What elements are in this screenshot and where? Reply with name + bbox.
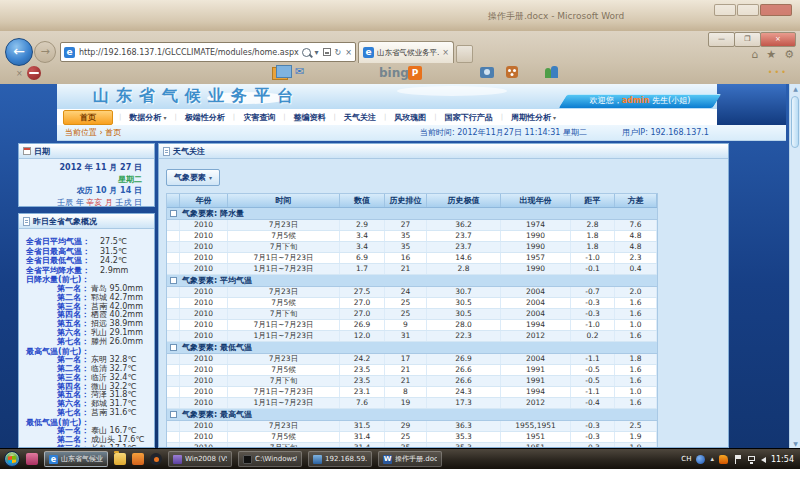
taskbar-clock[interactable]: 11:54 xyxy=(771,455,794,464)
table-row[interactable]: 20107月5候27.02530.52004-0.31.6 xyxy=(167,298,657,309)
table-group-row[interactable]: 气象要素: 最高气温 xyxy=(167,409,657,421)
table-row[interactable]: 20107月23日24.21726.92004-1.11.8 xyxy=(167,354,657,365)
tools-gear-icon[interactable]: ⚙ xyxy=(784,48,794,61)
tray-app-icon[interactable] xyxy=(696,455,705,464)
page-scrollbar[interactable]: ▲ ▼ xyxy=(789,84,800,448)
address-bar[interactable]: e http://192.168.137.1/GLCCLIMATE/module… xyxy=(60,42,356,62)
bg-close-button[interactable] xyxy=(760,4,792,16)
nav-item-5[interactable]: 天气关注 xyxy=(336,112,384,123)
nav-item-4[interactable]: 整编资料 xyxy=(286,112,334,123)
table-row[interactable]: 20107月5候3.43523.719901.84.8 xyxy=(167,231,657,242)
table-cell: 7月5候 xyxy=(228,365,340,375)
nav-item-6[interactable]: 风玫瑰图 xyxy=(386,112,434,123)
maximize-button[interactable]: ❐ xyxy=(734,32,761,47)
show-hidden-icons[interactable]: ▴ xyxy=(710,455,714,463)
table-row[interactable]: 20101月1日~7月23日7.61917.32012-0.41.6 xyxy=(167,398,657,409)
favorites-star-icon[interactable]: ★ xyxy=(766,48,776,61)
group-checkbox[interactable] xyxy=(170,411,177,418)
browser-action-icons: ⌂ ★ ⚙ xyxy=(751,48,794,61)
taskbar-window-3[interactable]: W操作手册.docx -... xyxy=(378,451,442,467)
tray-app2-icon[interactable] xyxy=(719,455,728,464)
group-checkbox[interactable] xyxy=(170,210,177,217)
breadcrumb[interactable]: 当前位置 › 首页 xyxy=(65,125,121,140)
pinned-app-icon[interactable] xyxy=(26,453,38,465)
minimize-button[interactable]: — xyxy=(708,32,735,47)
scrollbar-thumb[interactable] xyxy=(791,96,799,148)
group-checkbox[interactable] xyxy=(170,344,177,351)
compatibility-view-icon[interactable] xyxy=(323,48,331,56)
tab-close-icon[interactable]: × xyxy=(442,48,449,57)
table-header-row: 年份时间数值历史排位历史极值出现年份距平方差 xyxy=(167,194,657,208)
table-row[interactable]: 20107月5候31.42535.31951-0.31.9 xyxy=(167,432,657,443)
scroll-up-icon[interactable]: ▲ xyxy=(791,85,800,92)
table-cell: 1.6 xyxy=(615,309,657,319)
table-group-row[interactable]: 气象要素: 平均气温 xyxy=(167,275,657,287)
table-row[interactable]: 20107月下旬23.52126.61991-0.51.6 xyxy=(167,376,657,387)
table-group-row[interactable]: 气象要素: 降水量 xyxy=(167,208,657,220)
stop-icon[interactable]: × xyxy=(345,48,352,57)
table-cell: -0.3 xyxy=(571,421,615,431)
group-checkbox[interactable] xyxy=(170,277,177,284)
table-row[interactable]: 20107月23日27.52430.72004-0.72.0 xyxy=(167,287,657,298)
close-button[interactable]: × xyxy=(760,32,796,47)
table-cell: 2012 xyxy=(501,398,571,408)
media-player-icon[interactable] xyxy=(150,453,162,465)
volume-icon[interactable] xyxy=(761,457,766,463)
taskbar-window-2[interactable]: 192.168.59.99... xyxy=(308,451,372,467)
table-cell: 1955,1951 xyxy=(501,421,571,431)
url-text[interactable]: http://192.168.137.1/GLCCLIMATE/modules/… xyxy=(79,48,302,57)
table-row[interactable]: 20107月23日31.52936.31955,1951-0.32.5 xyxy=(167,421,657,432)
paw-icon[interactable] xyxy=(506,66,518,78)
table-row[interactable]: 20107月下旬27.02530.52004-0.31.6 xyxy=(167,309,657,320)
bg-maximize-button[interactable] xyxy=(737,4,759,16)
table-row[interactable]: 20107月1日~7月23日23.1824.31994-1.11.0 xyxy=(167,387,657,398)
mail-icon[interactable]: ✉ xyxy=(295,65,304,78)
table-row[interactable]: 20101月1日~7月23日12.03122.320120.21.6 xyxy=(167,331,657,342)
taskbar-active-window[interactable]: e 山东省气候业... xyxy=(44,451,108,467)
pinned-app2-icon[interactable] xyxy=(132,453,144,465)
scroll-down-icon[interactable]: ▼ xyxy=(791,440,800,447)
refresh-icon[interactable]: ↻ xyxy=(335,48,342,57)
search-icon[interactable] xyxy=(302,48,311,57)
new-tab-button[interactable] xyxy=(456,45,473,63)
browser-tab[interactable]: e 山东省气候业务平... × xyxy=(358,41,454,63)
taskbar-window-1[interactable]: C:\Windows\s... xyxy=(238,451,302,467)
more-options-icon[interactable]: ••• xyxy=(768,68,788,77)
table-row[interactable]: 20107月23日2.92736.219742.87.6 xyxy=(167,220,657,231)
element-filter-button[interactable]: 气象要素 ▾ xyxy=(166,169,220,186)
action-center-flag-icon[interactable] xyxy=(733,455,742,464)
taskbar-window-0[interactable]: Win2008 (VS2... xyxy=(168,451,232,467)
bing-search-icon[interactable]: P xyxy=(408,66,422,80)
home-icon[interactable]: ⌂ xyxy=(751,48,758,61)
table-row[interactable]: 20107月1日~7月23日6.91614.61957-1.02.3 xyxy=(167,253,657,264)
table-group-row[interactable]: 气象要素: 最低气温 xyxy=(167,342,657,354)
folder-icon[interactable] xyxy=(114,453,126,465)
table-row[interactable]: 20107月5候23.52126.61991-0.51.6 xyxy=(167,365,657,376)
search-dropdown-icon[interactable]: ▾ xyxy=(315,48,319,57)
nav-item-8[interactable]: 周期性分析 ▾ xyxy=(503,112,564,123)
network-icon[interactable] xyxy=(747,455,756,464)
table-cell: 2010 xyxy=(180,298,228,308)
extension-logo-icon[interactable] xyxy=(27,66,41,80)
ime-language-indicator[interactable]: CH xyxy=(681,455,691,463)
forward-button[interactable]: → xyxy=(34,41,56,63)
nav-item-1[interactable]: 数据分析 ▾ xyxy=(121,112,174,123)
nav-item-2[interactable]: 极端性分析 xyxy=(177,112,233,123)
photo-cards-icon[interactable] xyxy=(272,67,288,80)
table-row[interactable]: 20107月下旬3.43523.719901.84.8 xyxy=(167,242,657,253)
start-button[interactable] xyxy=(4,451,20,467)
console-icon xyxy=(243,455,252,464)
nav-item-0[interactable]: 首页 xyxy=(63,110,113,125)
people-icon[interactable] xyxy=(545,66,559,78)
group-label: 气象要素: 最高气温 xyxy=(182,409,252,420)
table-row[interactable]: 20107月1日~7月23日26.9928.01994-1.01.0 xyxy=(167,320,657,331)
table-row[interactable]: 20101月1日~7月23日1.7212.81990-0.10.4 xyxy=(167,264,657,275)
close-toolbar-icon[interactable]: × xyxy=(16,69,23,78)
nav-item-7[interactable]: 国家下行产品 xyxy=(437,112,501,123)
nav-item-3[interactable]: 灾害查询 xyxy=(235,112,283,123)
bg-minimize-button[interactable] xyxy=(714,4,736,16)
table-cell: 3.4 xyxy=(340,231,385,241)
bing-logo[interactable]: bing xyxy=(379,66,409,80)
camera-icon[interactable] xyxy=(480,67,494,78)
back-button[interactable]: ← xyxy=(5,38,33,66)
